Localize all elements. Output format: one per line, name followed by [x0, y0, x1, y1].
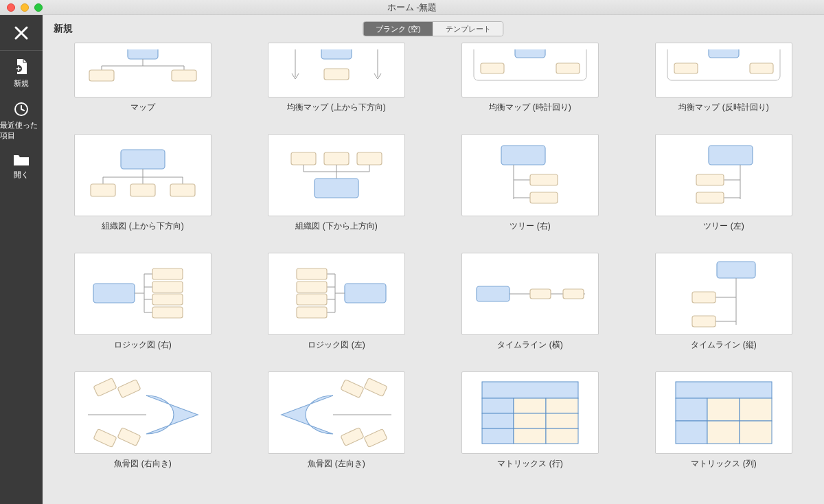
svg-rect-39 — [501, 146, 545, 165]
template-label: ツリー (右) — [510, 220, 550, 232]
template-card-matrix-row[interactable]: マトリックス (行) — [461, 371, 599, 470]
template-label: ロジック図 (右) — [114, 339, 171, 351]
template-card-tree-right[interactable]: ツリー (右) — [461, 134, 599, 232]
template-label: マップ — [130, 102, 155, 113]
svg-rect-97 — [514, 398, 546, 413]
close-button[interactable] — [0, 15, 43, 51]
svg-rect-77 — [717, 262, 755, 278]
template-thumb — [268, 253, 405, 335]
segmented-control: ブランク (空) テンプレート — [363, 21, 503, 36]
template-thumb — [461, 43, 599, 98]
svg-rect-92 — [364, 428, 387, 447]
template-card-org-td[interactable]: 組織図 (上から下方向) — [74, 134, 211, 232]
svg-rect-93 — [482, 382, 578, 398]
svg-rect-86 — [93, 428, 117, 447]
svg-rect-43 — [530, 174, 558, 185]
svg-rect-45 — [709, 146, 753, 165]
svg-rect-105 — [676, 421, 707, 444]
svg-rect-62 — [345, 284, 386, 303]
svg-rect-95 — [482, 413, 514, 428]
template-thumb — [655, 253, 792, 335]
svg-rect-75 — [530, 289, 551, 299]
svg-rect-82 — [692, 316, 716, 327]
svg-rect-70 — [297, 282, 327, 293]
svg-rect-32 — [357, 152, 382, 165]
svg-rect-7 — [89, 70, 114, 81]
template-thumb — [461, 134, 599, 216]
svg-rect-109 — [740, 421, 772, 444]
svg-rect-107 — [740, 398, 772, 421]
svg-rect-89 — [341, 379, 364, 398]
svg-rect-9 — [321, 49, 352, 59]
svg-rect-18 — [709, 49, 739, 58]
template-label: 均衡マップ (反時計回り) — [678, 102, 768, 113]
svg-rect-73 — [477, 286, 510, 301]
sidebar: 新規 最近使った項目 開く — [0, 15, 43, 504]
svg-rect-90 — [364, 378, 387, 396]
svg-rect-100 — [546, 413, 578, 428]
new-file-icon — [12, 58, 30, 76]
sidebar-label-recent: 最近使った項目 — [0, 120, 43, 141]
template-thumb — [268, 43, 405, 98]
svg-rect-98 — [546, 398, 578, 413]
tab-template[interactable]: テンプレート — [433, 22, 503, 36]
template-card-balanced-map-td[interactable]: 均衡マップ (上から下方向) — [268, 43, 405, 113]
sidebar-item-open[interactable]: 開く — [0, 146, 43, 185]
svg-rect-44 — [530, 192, 558, 203]
svg-rect-20 — [750, 63, 773, 73]
svg-rect-60 — [152, 294, 183, 305]
template-card-timeline-h[interactable]: タイムライン (横) — [461, 253, 599, 351]
template-thumb — [461, 371, 599, 454]
svg-rect-96 — [482, 428, 514, 444]
sidebar-label-open: 開く — [14, 170, 29, 180]
svg-rect-71 — [297, 294, 327, 305]
svg-rect-15 — [481, 63, 504, 73]
tab-blank[interactable]: ブランク (空) — [363, 22, 433, 36]
svg-rect-69 — [297, 268, 327, 279]
template-card-fishbone-right[interactable]: 魚骨図 (右向き) — [74, 371, 211, 470]
svg-rect-49 — [696, 174, 724, 185]
template-label: ツリー (左) — [703, 220, 744, 232]
template-label: 均衡マップ (時計回り) — [489, 102, 571, 113]
template-card-timeline-v[interactable]: タイムライン (縦) — [655, 253, 792, 351]
svg-rect-51 — [93, 284, 135, 303]
svg-rect-103 — [676, 382, 772, 398]
template-card-matrix-col[interactable]: マトリックス (列) — [655, 371, 792, 470]
svg-rect-99 — [514, 413, 546, 428]
content: 新規 ブランク (空) テンプレート — [43, 15, 824, 504]
svg-rect-84 — [93, 378, 117, 396]
svg-rect-91 — [341, 427, 364, 446]
template-card-balanced-map-cw[interactable]: 均衡マップ (時計回り) — [461, 43, 599, 113]
template-thumb — [74, 43, 211, 98]
template-card-org-bu[interactable]: 組織図 (下から上方向) — [268, 134, 405, 232]
svg-rect-50 — [696, 192, 724, 203]
template-label: ロジック図 (左) — [308, 339, 365, 351]
svg-rect-85 — [117, 379, 141, 398]
svg-rect-102 — [546, 428, 578, 444]
sidebar-label-new: 新規 — [14, 78, 29, 89]
svg-rect-76 — [563, 289, 584, 299]
template-card-balanced-map-ccw[interactable]: 均衡マップ (反時計回り) — [655, 43, 792, 113]
svg-rect-61 — [152, 307, 183, 318]
svg-rect-29 — [170, 184, 195, 196]
template-thumb — [268, 371, 405, 454]
template-card-map[interactable]: マップ — [74, 43, 211, 113]
template-label: 魚骨図 (右向き) — [114, 458, 171, 470]
template-card-fishbone-left[interactable]: 魚骨図 (左向き) — [268, 371, 405, 470]
window-title: ホーム -無題 — [0, 1, 824, 14]
template-label: タイムライン (縦) — [691, 339, 756, 351]
svg-rect-101 — [514, 428, 546, 444]
svg-rect-104 — [676, 398, 707, 421]
template-card-logic-left[interactable]: ロジック図 (左) — [268, 253, 405, 351]
template-label: 魚骨図 (左向き) — [308, 458, 365, 470]
svg-rect-81 — [692, 292, 716, 303]
svg-rect-87 — [117, 427, 141, 446]
template-card-logic-right[interactable]: ロジック図 (右) — [74, 253, 211, 351]
page-title: 新規 — [54, 23, 73, 35]
sidebar-item-recent[interactable]: 最近使った項目 — [0, 94, 43, 146]
titlebar: ホーム -無題 — [0, 0, 824, 15]
template-card-tree-left[interactable]: ツリー (左) — [655, 134, 792, 232]
svg-rect-72 — [297, 307, 327, 318]
sidebar-item-new[interactable]: 新規 — [0, 51, 43, 94]
template-label: タイムライン (横) — [497, 339, 562, 351]
